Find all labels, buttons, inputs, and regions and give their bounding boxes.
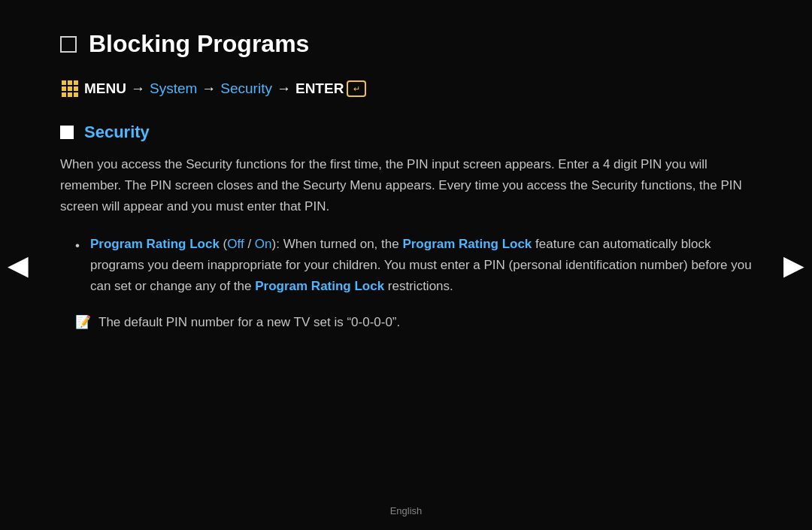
nav-right-arrow[interactable]: ▶ xyxy=(783,250,804,281)
breadcrumb-system: System xyxy=(150,80,197,97)
bullet-label-2: Program Rating Lock xyxy=(402,237,532,251)
bullet-text: Program Rating Lock (Off / On): When tur… xyxy=(90,234,752,297)
footer-language: English xyxy=(390,505,423,516)
bullet-label-1: Program Rating Lock xyxy=(90,237,220,251)
breadcrumb-security: Security xyxy=(220,80,272,97)
breadcrumb: MENU → System → Security → ENTER ↵ xyxy=(60,79,752,98)
checkbox-icon xyxy=(60,36,77,53)
svg-rect-5 xyxy=(74,86,78,91)
svg-rect-4 xyxy=(68,86,72,91)
bullet-off: Off xyxy=(227,237,244,251)
bullet-on: On xyxy=(255,237,272,251)
bullet-text-3: restrictions. xyxy=(384,279,453,293)
enter-icon-svg: ↵ xyxy=(347,80,366,97)
breadcrumb-arrow-2: → xyxy=(201,80,216,97)
svg-rect-7 xyxy=(68,92,72,97)
page-title: Blocking Programs xyxy=(89,30,309,58)
section-header: Security xyxy=(60,123,752,142)
menu-icon xyxy=(60,79,80,98)
note-row: 📝 The default PIN number for a new TV se… xyxy=(75,312,752,333)
breadcrumb-arrow-1: → xyxy=(131,80,145,97)
breadcrumb-arrow-3: → xyxy=(277,80,291,97)
svg-rect-1 xyxy=(68,80,72,85)
breadcrumb-enter-label: ENTER xyxy=(295,80,344,97)
menu-grid-icon xyxy=(60,79,80,98)
bullet-text-1a: : When turned on, the xyxy=(276,237,402,251)
enter-key-icon: ↵ xyxy=(347,80,366,97)
bullet-slash: / xyxy=(244,237,255,251)
note-icon: 📝 xyxy=(75,312,91,333)
section-description: When you access the Security functions f… xyxy=(60,154,752,217)
nav-left-arrow[interactable]: ◀ xyxy=(8,250,29,281)
svg-rect-2 xyxy=(74,80,78,85)
note-text: The default PIN number for a new TV set … xyxy=(98,312,400,333)
breadcrumb-menu-label: MENU xyxy=(84,80,126,97)
svg-rect-6 xyxy=(62,92,66,97)
bullet-section: • Program Rating Lock (Off / On): When t… xyxy=(75,234,752,297)
bullet-label-3: Program Rating Lock xyxy=(255,279,384,293)
svg-rect-0 xyxy=(62,80,66,85)
page-title-row: Blocking Programs xyxy=(60,30,752,58)
bullet-item-rating-lock: • Program Rating Lock (Off / On): When t… xyxy=(75,234,752,297)
section-title: Security xyxy=(84,123,150,142)
section-square-icon xyxy=(60,126,74,139)
bullet-dot: • xyxy=(75,235,80,256)
svg-text:↵: ↵ xyxy=(353,84,360,93)
svg-rect-8 xyxy=(74,92,78,97)
svg-rect-3 xyxy=(62,86,66,91)
